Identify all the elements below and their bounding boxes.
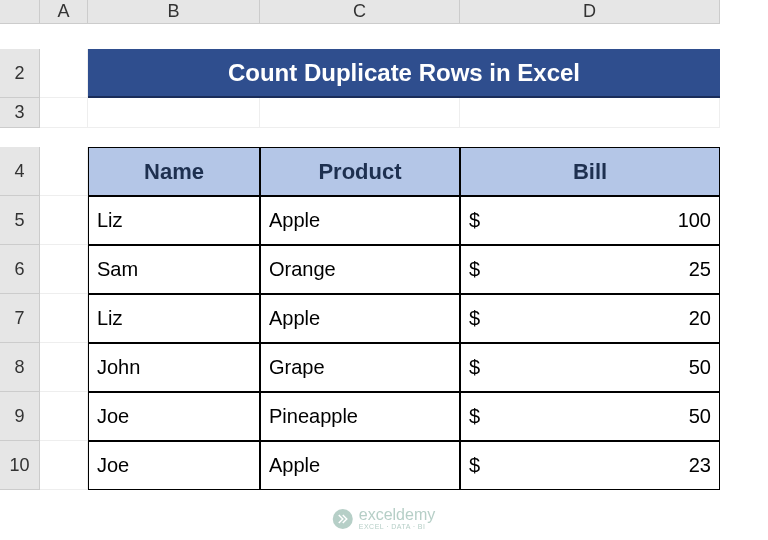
- row-header-10[interactable]: 10: [0, 441, 40, 490]
- row-header-3[interactable]: 3: [0, 98, 40, 128]
- currency-symbol: $: [469, 356, 480, 379]
- data-bill-5[interactable]: $ 23: [460, 441, 720, 490]
- data-product-0[interactable]: Apple: [260, 196, 460, 245]
- data-bill-2[interactable]: $ 20: [460, 294, 720, 343]
- col-header-d[interactable]: D: [460, 0, 720, 24]
- cell-d3[interactable]: [460, 98, 720, 128]
- header-name[interactable]: Name: [88, 147, 260, 196]
- data-product-1[interactable]: Orange: [260, 245, 460, 294]
- data-bill-3[interactable]: $ 50: [460, 343, 720, 392]
- row-header-7[interactable]: 7: [0, 294, 40, 343]
- cell-a4[interactable]: [40, 147, 88, 196]
- data-bill-4[interactable]: $ 50: [460, 392, 720, 441]
- cell-a5[interactable]: [40, 196, 88, 245]
- watermark-icon: [333, 509, 353, 529]
- data-name-1[interactable]: Sam: [88, 245, 260, 294]
- watermark-sub: EXCEL · DATA · BI: [359, 523, 435, 530]
- bill-value: 50: [689, 405, 711, 428]
- data-bill-0[interactable]: $ 100: [460, 196, 720, 245]
- row-header-9[interactable]: 9: [0, 392, 40, 441]
- col-header-b[interactable]: B: [88, 0, 260, 24]
- data-name-0[interactable]: Liz: [88, 196, 260, 245]
- row-header-4[interactable]: 4: [0, 147, 40, 196]
- currency-symbol: $: [469, 307, 480, 330]
- currency-symbol: $: [469, 405, 480, 428]
- bill-value: 50: [689, 356, 711, 379]
- cell-a9[interactable]: [40, 392, 88, 441]
- bill-value: 23: [689, 454, 711, 477]
- bill-value: 25: [689, 258, 711, 281]
- cell-a3[interactable]: [40, 98, 88, 128]
- cell-b3[interactable]: [88, 98, 260, 128]
- data-name-5[interactable]: Joe: [88, 441, 260, 490]
- currency-symbol: $: [469, 258, 480, 281]
- cell-a8[interactable]: [40, 343, 88, 392]
- data-product-3[interactable]: Grape: [260, 343, 460, 392]
- cell-a2[interactable]: [40, 49, 88, 98]
- data-product-2[interactable]: Apple: [260, 294, 460, 343]
- col-header-c[interactable]: C: [260, 0, 460, 24]
- currency-symbol: $: [469, 209, 480, 232]
- watermark-main: exceldemy: [359, 507, 435, 523]
- cell-a7[interactable]: [40, 294, 88, 343]
- data-bill-1[interactable]: $ 25: [460, 245, 720, 294]
- row-header-5[interactable]: 5: [0, 196, 40, 245]
- cell-c3[interactable]: [260, 98, 460, 128]
- corner-cell: [0, 0, 40, 24]
- row-header-6[interactable]: 6: [0, 245, 40, 294]
- header-bill[interactable]: Bill: [460, 147, 720, 196]
- data-name-3[interactable]: John: [88, 343, 260, 392]
- currency-symbol: $: [469, 454, 480, 477]
- bill-value: 20: [689, 307, 711, 330]
- col-header-a[interactable]: A: [40, 0, 88, 24]
- spreadsheet-grid: A B C D 2 Count Duplicate Rows in Excel …: [0, 0, 768, 490]
- cell-a10[interactable]: [40, 441, 88, 490]
- watermark-text: exceldemy EXCEL · DATA · BI: [359, 507, 435, 530]
- row-header-8[interactable]: 8: [0, 343, 40, 392]
- data-name-2[interactable]: Liz: [88, 294, 260, 343]
- data-product-4[interactable]: Pineapple: [260, 392, 460, 441]
- data-product-5[interactable]: Apple: [260, 441, 460, 490]
- row-header-2[interactable]: 2: [0, 49, 40, 98]
- cell-a6[interactable]: [40, 245, 88, 294]
- title-cell[interactable]: Count Duplicate Rows in Excel: [88, 49, 720, 98]
- data-name-4[interactable]: Joe: [88, 392, 260, 441]
- bill-value: 100: [678, 209, 711, 232]
- watermark: exceldemy EXCEL · DATA · BI: [333, 507, 435, 530]
- header-product[interactable]: Product: [260, 147, 460, 196]
